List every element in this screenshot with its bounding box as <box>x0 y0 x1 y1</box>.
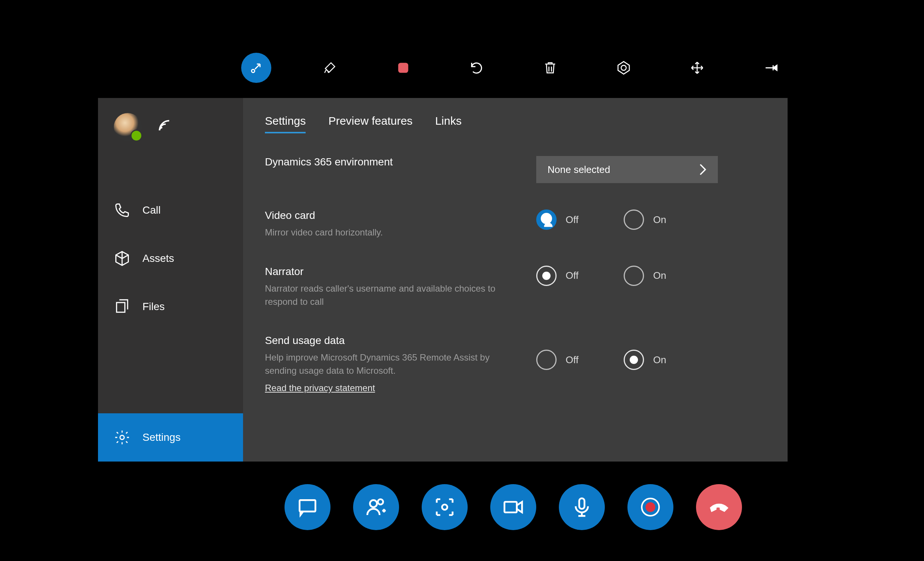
narrator-on-label: On <box>653 270 666 281</box>
row-environment: Dynamics 365 environment None selected <box>265 156 766 183</box>
nav-settings-label: Settings <box>142 431 181 443</box>
stop-button[interactable] <box>388 53 418 83</box>
narrator-off-radio[interactable] <box>536 266 557 286</box>
collapse-button[interactable] <box>241 53 271 83</box>
video-on-label: On <box>653 214 666 226</box>
nav-settings[interactable]: Settings <box>98 413 243 462</box>
sidebar: Call Assets Files Settings <box>98 98 243 462</box>
video-button[interactable] <box>490 484 536 530</box>
content-area: Settings Preview features Links Dynamics… <box>243 98 788 462</box>
svg-rect-7 <box>300 500 315 511</box>
row-usage: Send usage data Help improve Microsoft D… <box>265 335 766 393</box>
call-bar <box>285 484 742 530</box>
usage-sub: Help improve Microsoft Dynamics 365 Remo… <box>265 351 499 378</box>
undo-button[interactable] <box>462 53 492 83</box>
chat-button[interactable] <box>285 484 330 530</box>
env-selector[interactable]: None selected <box>536 156 718 183</box>
video-title: Video card <box>265 209 536 222</box>
narrator-on-radio[interactable] <box>624 266 644 286</box>
hangup-button[interactable] <box>696 484 742 530</box>
tabs: Settings Preview features Links <box>265 115 766 133</box>
nav-files[interactable]: Files <box>98 283 243 331</box>
capture-button[interactable] <box>422 484 468 530</box>
narrator-off-label: Off <box>566 270 578 281</box>
top-toolbar <box>241 53 786 83</box>
usage-on-label: On <box>653 354 666 366</box>
row-narrator: Narrator Narrator reads caller's usernam… <box>265 266 766 309</box>
nav-call[interactable]: Call <box>98 186 243 234</box>
tab-links[interactable]: Links <box>435 115 462 133</box>
env-value: None selected <box>548 164 610 176</box>
svg-rect-4 <box>116 303 125 312</box>
tab-settings[interactable]: Settings <box>265 115 306 133</box>
svg-rect-12 <box>579 498 584 509</box>
avatar[interactable] <box>114 113 142 141</box>
nav-assets[interactable]: Assets <box>98 234 243 283</box>
draw-button[interactable] <box>315 53 345 83</box>
nav-files-label: Files <box>142 301 165 313</box>
color-button[interactable] <box>609 53 639 83</box>
record-button[interactable] <box>627 484 673 530</box>
connection-icon <box>157 118 173 136</box>
nav-assets-label: Assets <box>142 252 174 264</box>
trash-button[interactable] <box>535 53 565 83</box>
video-sub: Mirror video card horizontally. <box>265 226 499 239</box>
narrator-title: Narrator <box>265 266 536 278</box>
svg-point-3 <box>621 65 626 70</box>
video-on-radio[interactable] <box>624 209 644 230</box>
svg-rect-11 <box>505 502 517 512</box>
usage-off-label: Off <box>566 354 578 366</box>
add-people-button[interactable] <box>353 484 399 530</box>
env-title: Dynamics 365 environment <box>265 156 536 168</box>
svg-point-0 <box>252 69 255 72</box>
privacy-link[interactable]: Read the privacy statement <box>265 383 375 393</box>
nav-call-label: Call <box>142 204 161 216</box>
video-off-label: Off <box>566 214 578 226</box>
svg-point-5 <box>120 436 124 440</box>
usage-off-radio[interactable] <box>536 350 557 370</box>
row-video: Video card Mirror video card horizontall… <box>265 209 766 239</box>
arrows-button[interactable] <box>682 53 712 83</box>
svg-point-10 <box>442 504 447 510</box>
tab-preview[interactable]: Preview features <box>328 115 412 133</box>
mic-button[interactable] <box>559 484 605 530</box>
svg-point-9 <box>378 499 383 504</box>
settings-panel: Call Assets Files Settings <box>98 98 788 462</box>
narrator-sub: Narrator reads caller's username and ava… <box>265 282 499 309</box>
video-off-radio[interactable] <box>536 209 557 230</box>
svg-point-8 <box>370 500 377 507</box>
usage-on-radio[interactable] <box>624 350 644 370</box>
svg-rect-1 <box>398 63 408 73</box>
usage-title: Send usage data <box>265 335 536 347</box>
svg-point-6 <box>546 217 551 222</box>
pin-button[interactable] <box>756 53 786 83</box>
svg-marker-2 <box>618 61 629 74</box>
record-icon <box>646 502 655 512</box>
